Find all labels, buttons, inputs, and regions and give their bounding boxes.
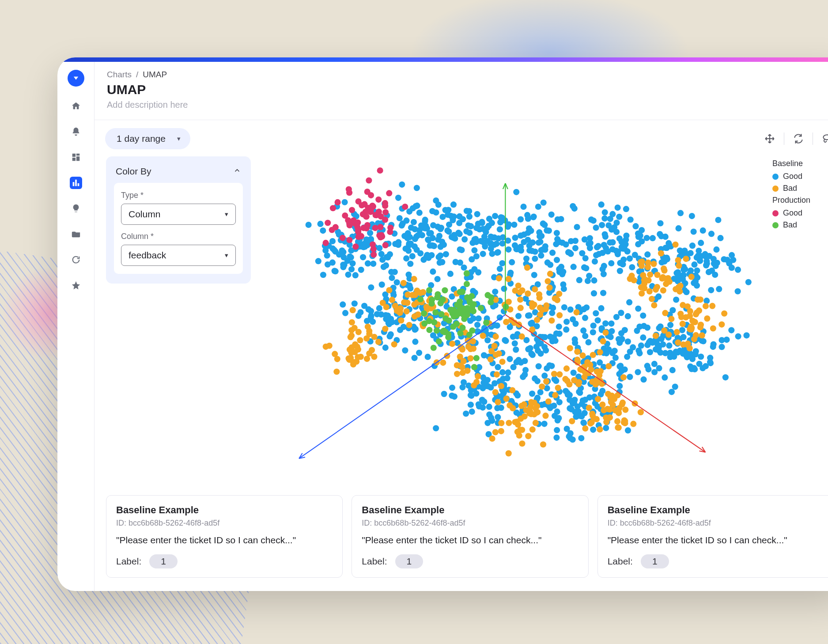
- svg-point-1670: [436, 338, 442, 345]
- svg-point-1360: [620, 374, 627, 380]
- svg-point-1320: [547, 271, 553, 277]
- nav-bell-icon[interactable]: [70, 125, 82, 138]
- time-range-label: 1 day range: [117, 133, 166, 144]
- svg-point-1505: [514, 429, 521, 435]
- svg-point-535: [706, 269, 712, 275]
- sidebar: [57, 62, 95, 591]
- svg-point-366: [538, 252, 544, 258]
- svg-point-994: [669, 389, 675, 395]
- svg-point-255: [476, 226, 483, 232]
- nav-star-icon[interactable]: [70, 279, 82, 292]
- svg-point-89: [332, 268, 338, 274]
- nav-folder-icon[interactable]: [70, 228, 82, 240]
- svg-point-411: [632, 223, 639, 229]
- svg-point-1153: [570, 436, 576, 443]
- svg-point-563: [379, 281, 385, 288]
- svg-point-1386: [597, 368, 604, 374]
- svg-point-459: [708, 231, 715, 237]
- svg-point-1461: [696, 307, 702, 314]
- chevron-up-icon[interactable]: [233, 167, 241, 176]
- svg-point-1620: [333, 224, 339, 230]
- svg-point-1587: [372, 225, 378, 231]
- svg-point-1035: [433, 425, 439, 431]
- svg-point-244: [535, 204, 541, 210]
- svg-point-429: [586, 241, 592, 247]
- svg-point-519: [713, 263, 719, 269]
- svg-point-271: [499, 240, 506, 246]
- legend-item[interactable]: Bad: [772, 220, 828, 230]
- svg-point-159: [409, 253, 416, 259]
- example-card[interactable]: Baseline ExampleID: bcc6b68b-5262-46f8-a…: [106, 495, 343, 578]
- type-select[interactable]: Column: [121, 204, 236, 225]
- svg-point-1212: [332, 351, 338, 357]
- svg-point-1259: [386, 287, 392, 293]
- svg-point-289: [549, 250, 556, 256]
- svg-point-554: [402, 347, 408, 353]
- svg-point-1260: [401, 299, 407, 306]
- svg-point-1159: [586, 394, 593, 401]
- svg-point-1618: [325, 220, 331, 226]
- svg-point-995: [672, 384, 678, 390]
- umap-scatter-plot[interactable]: [255, 154, 768, 488]
- nav-refresh-icon[interactable]: [70, 254, 82, 266]
- svg-point-1293: [457, 363, 464, 369]
- svg-point-1216: [348, 349, 354, 356]
- svg-point-303: [546, 227, 552, 234]
- nav-lightbulb-icon[interactable]: [70, 202, 82, 215]
- svg-point-275: [479, 219, 485, 225]
- svg-point-344: [537, 233, 543, 239]
- pan-tool-icon[interactable]: [762, 131, 778, 147]
- nav-charts-icon[interactable]: [70, 177, 82, 189]
- svg-point-1308: [574, 309, 580, 315]
- svg-point-507: [702, 251, 708, 257]
- svg-point-213: [499, 260, 505, 266]
- svg-point-155: [417, 250, 423, 257]
- legend-item[interactable]: Bad: [772, 184, 828, 193]
- rotate-tool-icon[interactable]: [790, 131, 806, 147]
- svg-point-197: [513, 189, 519, 195]
- breadcrumb-current[interactable]: UMAP: [143, 70, 167, 80]
- svg-point-1420: [638, 284, 644, 291]
- svg-point-857: [585, 339, 591, 345]
- svg-point-442: [629, 264, 635, 270]
- lasso-tool-icon[interactable]: [819, 131, 828, 147]
- svg-point-1478: [506, 420, 512, 426]
- svg-point-1562: [382, 200, 388, 206]
- svg-point-1658: [503, 304, 509, 310]
- svg-point-936: [651, 361, 658, 367]
- svg-point-235: [520, 204, 526, 210]
- svg-point-1675: [464, 294, 470, 300]
- svg-point-165: [422, 218, 428, 224]
- time-range-dropdown[interactable]: 1 day range: [105, 128, 190, 149]
- svg-point-426: [613, 220, 620, 226]
- svg-point-1338: [546, 284, 552, 291]
- svg-point-993: [667, 350, 673, 356]
- svg-point-1523: [569, 418, 575, 424]
- legend-item[interactable]: Good: [772, 208, 828, 218]
- column-select[interactable]: feedback: [121, 245, 236, 266]
- app-window: Charts / UMAP UMAP Add description here …: [57, 57, 828, 591]
- svg-point-583: [416, 350, 422, 356]
- svg-point-522: [745, 279, 752, 285]
- svg-point-179: [431, 243, 437, 249]
- svg-point-1622: [363, 213, 370, 220]
- svg-point-1445: [674, 329, 680, 335]
- card-title: Baseline Example: [362, 504, 578, 516]
- nav-home-icon[interactable]: [70, 100, 82, 112]
- example-card[interactable]: Baseline ExampleID: bcc6b68b-5262-46f8-a…: [597, 495, 828, 578]
- example-card[interactable]: Baseline ExampleID: bcc6b68b-5262-46f8-a…: [352, 495, 588, 578]
- svg-point-1400: [650, 261, 657, 267]
- svg-point-748: [563, 326, 569, 333]
- breadcrumb-parent[interactable]: Charts: [107, 70, 132, 80]
- nav-dashboard-icon[interactable]: [70, 151, 82, 163]
- svg-point-1669: [429, 297, 435, 303]
- page-description[interactable]: Add description here: [107, 100, 828, 110]
- legend-item[interactable]: Good: [772, 172, 828, 181]
- svg-point-56: [352, 272, 359, 278]
- card-id: ID: bcc6b68b-5262-46f8-ad5f: [608, 519, 824, 528]
- svg-point-1499: [539, 383, 545, 390]
- svg-point-1552: [607, 414, 613, 420]
- svg-point-305: [530, 214, 537, 220]
- svg-point-14: [345, 272, 351, 278]
- legend-color-dot: [772, 210, 779, 216]
